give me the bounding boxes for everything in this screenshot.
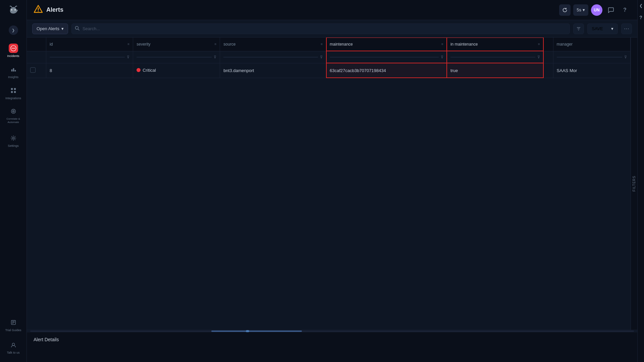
search-container [71, 23, 570, 34]
filter-manager-icon[interactable]: ⊽ [624, 55, 627, 59]
right-panel-help-icon[interactable]: ? [639, 15, 642, 20]
sidebar-item-integrations[interactable]: Integrations [0, 82, 26, 104]
sidebar-item-insights-label: Insights [8, 75, 18, 79]
th-divider [543, 38, 553, 51]
table-row[interactable]: 8 Critical bnt3.damenport 63caf [27, 63, 631, 78]
interval-button[interactable]: 5s ▾ [573, 4, 588, 16]
sidebar-item-correlate[interactable]: Correlate & Automate [0, 103, 26, 127]
row-source-value: bnt3.damenport [223, 68, 254, 73]
scrollbar-track [30, 330, 634, 332]
open-alerts-arrow-icon: ▾ [61, 26, 64, 31]
th-checkbox [27, 38, 46, 51]
right-panel-collapse-icon[interactable]: ❮ [639, 3, 643, 8]
chevron-right-icon: ❯ [12, 28, 15, 33]
page-header: Alerts [34, 4, 63, 16]
th-severity: severity ≡ [133, 38, 220, 51]
filter-in-maintenance-icon[interactable]: ⊽ [537, 55, 540, 59]
save-button-group: SAVE ▾ [587, 23, 618, 34]
save-dropdown-button[interactable]: ▾ [607, 23, 618, 34]
th-manager: manager [553, 38, 630, 51]
th-source: source ≡ [220, 38, 326, 51]
th-id: id ≡ [46, 38, 133, 51]
table-container[interactable]: id ≡ severity ≡ source [27, 38, 631, 330]
table-header-row: id ≡ severity ≡ source [27, 38, 631, 51]
filter-maintenance-icon[interactable]: ⊽ [441, 55, 443, 59]
bottom-panel: Alert Details [27, 332, 637, 362]
row-manager-value: SAAS Mor [557, 68, 577, 73]
filter-in-maintenance-cell: ⊽ [447, 51, 543, 63]
alerts-table: id ≡ severity ≡ source [27, 38, 631, 78]
row-in-maintenance-value: true [450, 68, 458, 73]
filter-maintenance-cell: ⊽ [326, 51, 447, 63]
filter-button[interactable] [573, 23, 584, 34]
th-maintenance-sort-icon[interactable]: ≡ [441, 42, 443, 46]
severity-badge: Critical [137, 68, 156, 73]
user-avatar[interactable]: UN [591, 4, 602, 16]
svg-rect-8 [11, 91, 12, 93]
sidebar-item-insights[interactable]: Insights [0, 61, 26, 82]
horizontal-scrollbar[interactable] [27, 330, 637, 332]
filter-divider-cell [543, 51, 553, 63]
row-severity-cell: Critical [133, 63, 220, 78]
svg-point-20 [38, 11, 39, 11]
sidebar-item-settings-label: Settings [8, 144, 19, 148]
search-icon [75, 26, 79, 32]
scrollbar-thumb [211, 330, 302, 332]
th-source-sort-icon[interactable]: ≡ [321, 42, 323, 46]
topbar-right: 5s ▾ UN ? [559, 4, 631, 16]
svg-point-1 [14, 9, 15, 10]
svg-rect-7 [14, 88, 15, 89]
sidebar-logo[interactable] [7, 4, 20, 17]
alerts-warning-icon [34, 4, 43, 16]
row-maintenance-value: 63caf27cacb3b70707198434 [330, 68, 386, 73]
more-icon: ⋯ [624, 25, 629, 32]
filter-id-icon[interactable]: ⊽ [127, 55, 129, 59]
svg-rect-9 [14, 91, 15, 93]
sidebar-item-talk[interactable]: Talk to us [3, 337, 23, 358]
filter-checkbox-cell [27, 51, 46, 63]
svg-point-0 [11, 9, 12, 10]
right-panel: ❮ ? [637, 0, 644, 362]
filter-source-cell: ⊽ [220, 51, 326, 63]
refresh-button[interactable] [559, 4, 571, 16]
filters-side-label: FILTERS [632, 176, 636, 191]
sidebar: ❯ Incidents Insights [0, 0, 27, 362]
filter-manager-cell: ⊽ [553, 51, 630, 63]
interval-arrow-icon: ▾ [583, 7, 585, 12]
search-input[interactable] [71, 23, 570, 34]
talk-icon [9, 340, 18, 350]
sidebar-item-settings[interactable]: Settings [0, 130, 26, 151]
more-options-button[interactable]: ⋯ [621, 23, 632, 34]
help-icon[interactable]: ? [619, 4, 631, 16]
main-content: Alerts 5s ▾ UN ? [27, 0, 637, 362]
row-checkbox-cell [27, 63, 46, 78]
row-severity-value: Critical [143, 68, 156, 73]
open-alerts-label: Open Alerts [37, 26, 59, 31]
filter-severity-icon[interactable]: ⊽ [214, 55, 216, 59]
row-divider-cell [543, 63, 553, 78]
svg-point-12 [13, 111, 14, 112]
row-checkbox[interactable] [30, 67, 36, 73]
th-in-maintenance-sort-icon[interactable]: ≡ [538, 42, 540, 46]
sidebar-item-trial[interactable]: Trial Guides [3, 314, 23, 336]
sidebar-collapse-button[interactable]: ❯ [9, 25, 18, 35]
chat-icon[interactable] [605, 4, 616, 16]
filter-source-icon[interactable]: ⊽ [320, 55, 323, 59]
filter-severity-cell: ⊽ [133, 51, 220, 63]
svg-point-13 [12, 137, 14, 139]
sidebar-item-incidents[interactable]: Incidents [0, 40, 26, 61]
table-section: id ≡ severity ≡ source [27, 38, 637, 330]
row-maintenance-cell: 63caf27cacb3b70707198434 [326, 63, 447, 78]
th-id-sort-icon[interactable]: ≡ [127, 42, 129, 46]
incidents-icon [9, 44, 18, 53]
correlate-icon [9, 107, 18, 116]
th-severity-sort-icon[interactable]: ≡ [214, 42, 216, 46]
row-manager-cell: SAAS Mor [553, 63, 630, 78]
severity-dot-icon [137, 68, 141, 72]
row-id-value: 8 [50, 68, 52, 73]
open-alerts-button[interactable]: Open Alerts ▾ [32, 23, 68, 34]
svg-point-4 [13, 48, 14, 49]
save-button[interactable]: SAVE [587, 23, 607, 34]
table-body: 8 Critical bnt3.damenport 63caf [27, 63, 631, 78]
sidebar-bottom: Trial Guides Talk to us [3, 314, 23, 358]
